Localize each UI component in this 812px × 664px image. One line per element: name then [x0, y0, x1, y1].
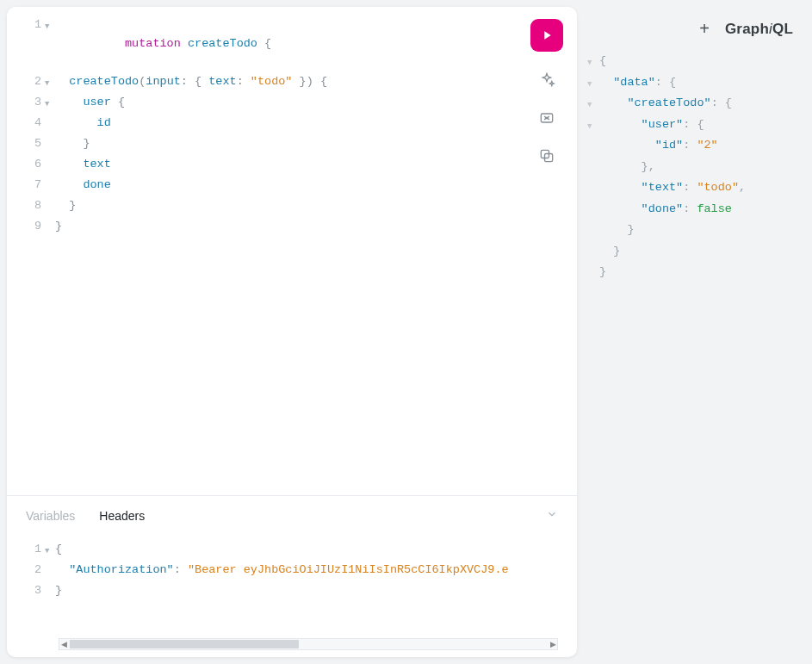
response-viewer[interactable]: ▼{ ▼ "data": { ▼ "createTodo": { ▼ "user…: [584, 52, 812, 284]
json-key: "id": [655, 139, 683, 152]
line-number: 2: [7, 72, 45, 93]
code-line: 6 text: [7, 155, 577, 176]
headers-editor[interactable]: 1 ▼ { 2 "Authorization": "Bearer eyJhbGc…: [7, 535, 577, 638]
fold-toggle-icon[interactable]: ▼: [587, 94, 599, 115]
fold-toggle-icon[interactable]: ▼: [45, 93, 55, 114]
code-line: 3 }: [7, 581, 577, 602]
json-key: "done": [642, 202, 684, 215]
editor-toolbar: [530, 19, 563, 165]
merge-button[interactable]: [537, 109, 556, 127]
line-number: 5: [7, 134, 45, 155]
variables-headers-panel: Variables Headers 1 ▼ { 2 "Authorization…: [7, 495, 577, 657]
fold-toggle-icon[interactable]: ▼: [45, 72, 55, 93]
operation-name: createTodo: [188, 37, 257, 50]
response-panel: + GraphiQL ▼{ ▼ "data": { ▼ "createTodo"…: [584, 0, 812, 664]
code-line: 1 ▼ {: [7, 540, 577, 561]
code-line: 7 done: [7, 176, 577, 196]
line-number: 3: [7, 581, 45, 602]
line-number: 3: [7, 93, 45, 114]
fold-toggle-icon[interactable]: ▼: [45, 540, 55, 561]
json-string: "todo": [697, 181, 739, 194]
code-line: 3 ▼ user {: [7, 93, 577, 114]
field-name: createTodo: [69, 75, 139, 88]
chevron-down-icon: [546, 508, 558, 520]
fold-toggle-icon[interactable]: ▼: [45, 16, 55, 72]
json-key: "data": [613, 76, 655, 89]
line-number: 8: [7, 196, 45, 217]
code-line: 4 id: [7, 114, 577, 134]
merge-icon: [538, 109, 555, 127]
code-line: 8 }: [7, 196, 577, 217]
scroll-right-icon[interactable]: ▶: [549, 640, 557, 648]
line-number: 1: [7, 16, 45, 72]
input-key: text: [208, 75, 236, 88]
code-line: 2 ▼ createTodo(input: { text: "todo" }) …: [7, 72, 577, 93]
query-editor-area: 1 ▼ mutation createTodo { 2 ▼ createTodo…: [7, 7, 577, 495]
json-key: "createTodo": [627, 96, 710, 109]
header: + GraphiQL: [699, 19, 793, 39]
scroll-left-icon[interactable]: ◀: [59, 640, 68, 648]
prettify-button[interactable]: [537, 71, 556, 90]
code-line: 9 }: [7, 217, 577, 238]
line-number: 1: [7, 540, 45, 561]
line-number: 2: [7, 561, 45, 581]
code-line: 2 "Authorization": "Bearer eyJhbGciOiJIU…: [7, 561, 577, 581]
field-name: user: [83, 96, 110, 109]
query-panel: 1 ▼ mutation createTodo { 2 ▼ createTodo…: [7, 7, 577, 657]
string-literal: "todo": [251, 75, 293, 88]
fold-toggle-icon[interactable]: ▼: [587, 73, 599, 95]
scrollbar-thumb[interactable]: [70, 640, 299, 648]
json-key: "user": [642, 118, 684, 131]
play-icon: [540, 28, 554, 42]
add-tab-button[interactable]: +: [699, 19, 710, 39]
field-name: id: [97, 116, 111, 129]
fold-toggle-icon[interactable]: ▼: [587, 52, 599, 73]
copy-button[interactable]: [537, 146, 556, 165]
tab-headers[interactable]: Headers: [99, 509, 145, 523]
execute-button[interactable]: [530, 19, 563, 52]
horizontal-scrollbar[interactable]: ◀ ▶: [59, 638, 558, 650]
json-boolean: false: [697, 202, 732, 215]
graphiql-logo: GraphiQL: [725, 21, 793, 38]
keyword-mutation: mutation: [125, 37, 181, 50]
line-number: 4: [7, 114, 45, 134]
tabbar: Variables Headers: [7, 496, 577, 535]
field-name: done: [83, 178, 110, 191]
tab-variables[interactable]: Variables: [26, 509, 75, 523]
fold-toggle-icon[interactable]: ▼: [587, 115, 599, 137]
json-string: "2": [697, 139, 717, 152]
code-line: 5 }: [7, 134, 577, 155]
collapse-panel-button[interactable]: [546, 508, 558, 523]
code-line: 1 ▼ mutation createTodo {: [7, 16, 577, 72]
copy-icon: [538, 147, 555, 164]
sparkle-icon: [538, 71, 555, 89]
json-key: "text": [642, 181, 684, 194]
line-number: 9: [7, 217, 45, 238]
field-name: text: [83, 158, 110, 171]
json-string: "Bearer eyJhbGciOiJIUzI1NiIsInR5cCI6IkpX…: [188, 563, 509, 576]
query-editor[interactable]: 1 ▼ mutation createTodo { 2 ▼ createTodo…: [7, 7, 577, 495]
line-number: 6: [7, 155, 45, 176]
argument-name: input: [146, 75, 181, 88]
json-key: "Authorization": [69, 563, 174, 576]
line-number: 7: [7, 176, 45, 196]
